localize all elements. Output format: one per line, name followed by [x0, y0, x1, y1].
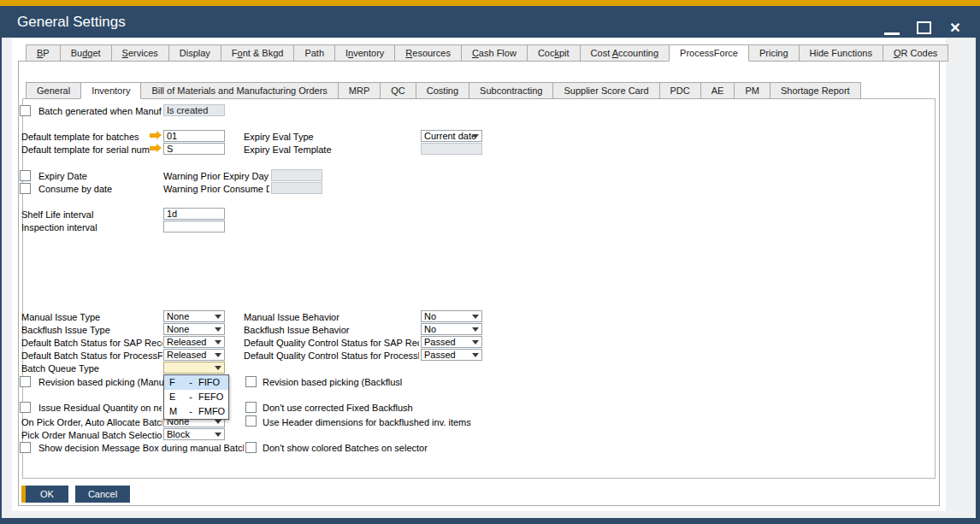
batch-generated-checkbox[interactable]: [20, 105, 31, 116]
tab-cost-accounting[interactable]: Cost Accounting: [580, 44, 670, 62]
link-arrow-icon[interactable]: [150, 133, 156, 138]
tab-cockpit[interactable]: Cockpit: [527, 44, 581, 62]
expiry-eval-type-dropdown[interactable]: Current date: [421, 130, 482, 142]
dropdown-arrow-icon: [215, 327, 221, 332]
revision-backflush-label: Revision based picking (Backflusl: [263, 376, 421, 388]
default-qc-status-pf-dropdown[interactable]: Passed: [421, 349, 482, 361]
tab-hide-functions[interactable]: Hide Functions: [799, 44, 883, 62]
tab-budget[interactable]: Budget: [60, 44, 112, 62]
subtab-bill-of-materials-and-manufacturing-orders[interactable]: Bill of Materials and Manufacturing Orde…: [140, 82, 338, 99]
shelf-life-label: Shelf Life interval: [21, 209, 158, 221]
tab-pricing[interactable]: Pricing: [748, 44, 800, 62]
default-batch-status-pf-dropdown[interactable]: Released: [163, 349, 225, 361]
subtab-inventory[interactable]: Inventory: [80, 82, 141, 99]
backflush-issue-type-dropdown[interactable]: None: [163, 323, 225, 335]
subtab-ae[interactable]: AE: [700, 82, 735, 99]
tab-inventory[interactable]: Inventory: [334, 44, 395, 62]
expiry-date-checkbox[interactable]: [20, 170, 31, 181]
subtab-pdc[interactable]: PDC: [659, 82, 701, 99]
dropdown-arrow-icon: [215, 433, 221, 437]
default-qc-status-pf-label: Default Quality Control Status for Proce…: [244, 350, 419, 362]
tab-cash-flow[interactable]: Cash Flow: [461, 44, 528, 62]
dropdown-arrow-icon: [472, 134, 479, 138]
default-batch-status-sap-dropdown[interactable]: Released: [163, 336, 225, 348]
ok-button-label: OK: [40, 489, 54, 499]
on-pick-order-label: On Pick Order, Auto Allocate Batche: [21, 416, 162, 428]
backflush-issue-type-label: Backflush Issue Type: [21, 324, 162, 336]
inspection-interval-input[interactable]: [163, 221, 225, 233]
subtab-supplier-score-card[interactable]: Supplier Score Card: [552, 82, 659, 99]
minimize-icon: [884, 32, 900, 35]
default-template-serial-input[interactable]: S: [163, 143, 225, 155]
manual-issue-type-label: Manual Issue Type: [21, 311, 162, 323]
show-decision-checkbox[interactable]: [20, 442, 31, 453]
titlebar: General Settings ✕: [0, 6, 980, 38]
top-tab-strip: BPBudgetServicesDisplayFont & BkgdPathIn…: [26, 44, 948, 62]
cancel-button[interactable]: Cancel: [75, 486, 130, 503]
pick-order-manual-label: Pick Order Manual Batch Selection, c: [21, 429, 162, 441]
dont-show-colored-checkbox[interactable]: [245, 442, 257, 453]
batch-queue-option-fifo[interactable]: F-FIFO: [164, 375, 228, 390]
tab-path[interactable]: Path: [293, 44, 335, 62]
use-header-dims-checkbox[interactable]: [245, 415, 257, 427]
default-template-batches-input[interactable]: 01: [163, 130, 225, 142]
default-batch-status-pf-label: Default Batch Status for ProcessForce: [21, 350, 162, 362]
close-button[interactable]: ✕: [946, 18, 965, 38]
tab-processforce[interactable]: ProcessForce: [669, 44, 749, 62]
default-batch-status-sap-value: Released: [167, 337, 206, 347]
window-border-bottom: [0, 518, 980, 524]
inspection-interval-label: Inspection interval: [21, 221, 158, 233]
tab-resources[interactable]: Resources: [394, 44, 462, 62]
batch-queue-type-dropdown[interactable]: [163, 362, 225, 374]
consume-by-date-checkbox[interactable]: [20, 183, 31, 194]
default-qc-status-sap-label: Default Quality Control Status for SAP R…: [244, 337, 419, 349]
subtab-shortage-report[interactable]: Shortage Report: [770, 82, 861, 99]
manual-issue-type-dropdown[interactable]: None: [163, 310, 225, 322]
expiry-eval-template-label: Expiry Eval Template: [244, 144, 415, 156]
subtab-general[interactable]: General: [26, 82, 81, 99]
dropdown-arrow-icon: [472, 315, 479, 319]
dropdown-arrow-icon: [215, 315, 221, 319]
expiry-date-label: Expiry Date: [38, 170, 158, 182]
manual-issue-type-value: None: [167, 311, 189, 321]
tab-qr-codes[interactable]: QR Codes: [883, 44, 948, 62]
warning-prior-expiry-label: Warning Prior Expiry Day:: [163, 170, 269, 182]
backflush-issue-behavior-dropdown[interactable]: No: [421, 323, 482, 335]
shelf-life-input[interactable]: 1d: [163, 208, 225, 220]
manual-issue-behavior-label: Manual Issue Behavior: [244, 311, 419, 323]
subtab-qc[interactable]: QC: [380, 82, 416, 99]
batch-queue-type-open-list: F-FIFOE-FEFOM-FMFO: [163, 374, 229, 420]
dropdown-arrow-icon: [472, 353, 479, 357]
manual-issue-behavior-dropdown[interactable]: No: [421, 310, 482, 322]
window-border-left: [0, 38, 2, 524]
tab-display[interactable]: Display: [168, 44, 221, 62]
ok-button[interactable]: OK: [26, 486, 68, 503]
expiry-eval-type-value: Current date: [424, 131, 476, 141]
default-template-batches-label: Default template for batches: [21, 131, 150, 143]
use-header-dims-label: Use Header dimensions for backflushed in…: [263, 416, 493, 428]
default-qc-status-pf-value: Passed: [424, 350, 456, 360]
tab-font-bkgd[interactable]: Font & Bkgd: [221, 44, 295, 62]
link-arrow-icon[interactable]: [150, 146, 156, 150]
maximize-button[interactable]: [914, 18, 933, 38]
pick-order-manual-dropdown[interactable]: Block: [163, 428, 225, 440]
subtab-costing[interactable]: Costing: [416, 82, 469, 99]
tab-bp[interactable]: BP: [26, 44, 61, 62]
minimize-button[interactable]: [883, 18, 901, 38]
tab-services[interactable]: Services: [111, 44, 169, 62]
issue-residual-checkbox[interactable]: [20, 402, 31, 413]
batch-generated-value-field: Is created: [163, 104, 225, 116]
dont-use-fixed-backflush-checkbox[interactable]: [245, 402, 257, 413]
batch-queue-option-fmfo[interactable]: M-FMFO: [164, 404, 228, 419]
window-title: General Settings: [17, 6, 126, 38]
subtab-pm[interactable]: PM: [734, 82, 770, 99]
subtab-subcontracting[interactable]: Subcontracting: [469, 82, 553, 99]
default-qc-status-sap-dropdown[interactable]: Passed: [421, 336, 482, 348]
dropdown-arrow-icon: [472, 340, 479, 344]
batch-queue-option-fefo[interactable]: E-FEFO: [164, 390, 228, 404]
close-icon: ✕: [949, 21, 960, 35]
revision-backflush-checkbox[interactable]: [245, 376, 257, 387]
revision-manual-checkbox[interactable]: [20, 376, 31, 387]
subtab-mrp[interactable]: MRP: [338, 82, 381, 99]
default-qc-status-sap-value: Passed: [424, 337, 456, 347]
